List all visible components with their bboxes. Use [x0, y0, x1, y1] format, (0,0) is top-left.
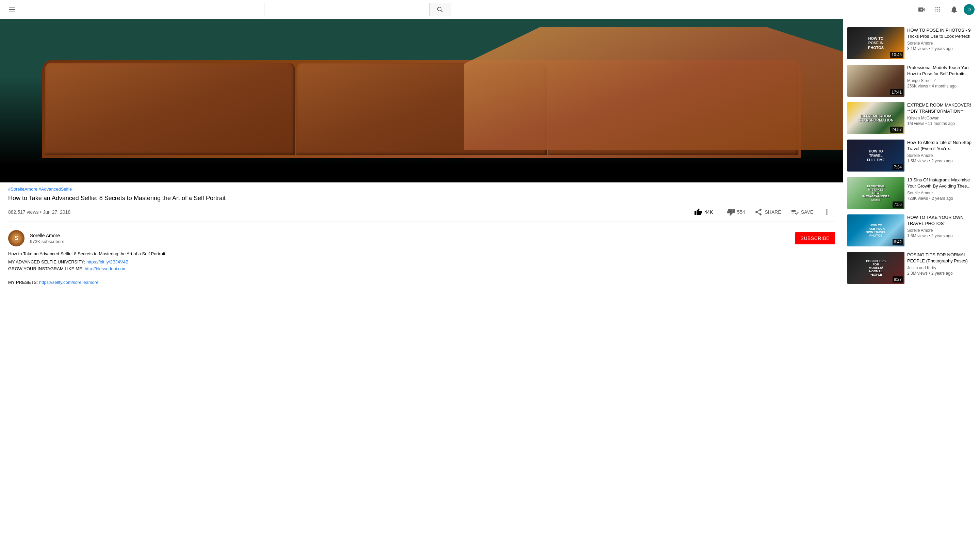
header: YouTube VN Sorelle Amore — [0, 0, 980, 19]
sidebar-video-title: HOW TO POSE IN PHOTOS - 9 Tricks Pros Us… — [907, 27, 976, 40]
sidebar-video-title: HOW TO TAKE YOUR OWN TRAVEL PHOTOS — [907, 215, 976, 227]
like-button[interactable]: 44K — [690, 205, 717, 219]
sidebar-video-item[interactable]: HOW TOTRAVELFULL TIME 7:34 How To Afford… — [846, 138, 977, 173]
desc-line3: GROW YOUR INSTAGRAM LIKE ME: http://bles… — [8, 266, 835, 272]
hand-overlay — [464, 27, 843, 150]
channel-avatar-img: S — [8, 230, 24, 247]
desc-text-2: MY ADVANCED SELFIE UNIVERSITY: — [8, 259, 85, 264]
views-text: 882,517 views — [8, 209, 39, 215]
video-info: #SorelleAmore #AdvancedSelfie How to Tak… — [0, 183, 843, 226]
save-label: SAVE — [801, 209, 813, 215]
video-hashtags[interactable]: #SorelleAmore #AdvancedSelfie — [8, 186, 835, 192]
user-avatar[interactable]: D — [964, 4, 975, 15]
duration-badge: 7:56 — [892, 202, 903, 208]
sidebar-video-item[interactable]: POSING TIPSFORMODELS/NORMALPEOPLE 8:27 P… — [846, 250, 977, 285]
date-text: Jun 27, 2018 — [43, 209, 70, 215]
sidebar-info: POSING TIPS FOR NORMAL PEOPLE (Photograp… — [907, 252, 976, 284]
sidebar-video-meta: 1M views • 11 months ago — [907, 121, 976, 126]
view-count: 882,517 views • Jun 27, 2018 — [8, 209, 70, 215]
header-right: D — [915, 3, 975, 16]
sidebar-video-title: POSING TIPS FOR NORMAL PEOPLE (Photograp… — [907, 252, 976, 264]
channel-row: S Sorelle Amore 973K subscribers SUBSCRI… — [0, 226, 843, 250]
apps-button[interactable] — [931, 3, 945, 16]
hamburger-menu-button[interactable] — [5, 3, 19, 16]
sidebar-channel-name: Mango Street✓ — [907, 78, 976, 83]
notifications-button[interactable] — [947, 3, 961, 16]
channel-info: Sorelle Amore 973K subscribers — [30, 233, 64, 244]
sidebar-video-item[interactable]: EXTREME ROOMTRANSFORMATION 24:57 EXTREME… — [846, 101, 977, 135]
channel-name[interactable]: Sorelle Amore — [30, 233, 64, 238]
duration-badge: 7:34 — [892, 164, 903, 170]
sidebar-thumbnail: HOW TOTAKE YOUROWN TRAVELPHOTOS 6:42 — [847, 215, 904, 247]
sidebar-video-meta: 728K views • 2 years ago — [907, 196, 976, 201]
sidebar-thumbnail: HOW TOTRAVELFULL TIME 7:34 — [847, 140, 904, 172]
notifications-icon — [950, 5, 958, 14]
sidebar-thumbnail: 17:41 — [847, 65, 904, 97]
channel-left: S Sorelle Amore 973K subscribers — [8, 230, 64, 247]
sidebar-channel-name: Sorelle Amore — [907, 41, 976, 46]
share-label: SHARE — [765, 209, 781, 215]
desc-link2[interactable]: http://blesseduni.com — [85, 266, 127, 271]
sidebar-video-item[interactable]: 13 CRITICALMISTAKESNEWINSTAGRAMMERSMAKE … — [846, 176, 977, 210]
duration-badge: 8:27 — [892, 276, 903, 283]
desc-link1[interactable]: https://bit.ly/2BJ4V4B — [86, 259, 129, 264]
sidebar-info: Professional Models Teach You How to Pos… — [907, 65, 976, 97]
sidebar-info: 13 Sins Of Instagram: Maximise Your Grow… — [907, 177, 976, 209]
save-button[interactable]: SAVE — [787, 205, 817, 219]
apps-icon — [934, 5, 942, 14]
video-title: How to Take an Advanced Selfie: 8 Secret… — [8, 194, 835, 202]
sidebar-video-item[interactable]: 17:41 Professional Models Teach You How … — [846, 63, 977, 98]
video-meta-row: 882,517 views • Jun 27, 2018 44K — [8, 205, 835, 222]
sidebar: HOW TOPOSE INPHOTOS 10:45 HOW TO POSE IN… — [843, 19, 980, 291]
more-actions-button[interactable] — [819, 205, 835, 219]
create-video-button[interactable] — [915, 3, 928, 16]
thumbs-down-icon — [727, 208, 735, 216]
sidebar-channel-name: Justin and Kirby — [907, 266, 976, 270]
desc-line2: MY ADVANCED SELFIE UNIVERSITY: https://b… — [8, 259, 835, 266]
subscribe-button[interactable]: SUBSCRIBE — [795, 232, 835, 244]
video-player[interactable] — [0, 19, 843, 183]
sidebar-video-meta: 8.1M views • 2 years ago — [907, 46, 976, 51]
share-button[interactable]: SHARE — [750, 205, 785, 219]
hamburger-icon — [6, 4, 18, 15]
sidebar-info: EXTREME ROOM MAKEOVER! **DIY TRANSFORMAT… — [907, 102, 976, 134]
video-thumbnail-bg — [0, 19, 843, 183]
desc-link3[interactable]: https://sellfy.com/sorelleamore — [39, 280, 99, 285]
subscriber-count: 973K subscribers — [30, 239, 64, 244]
like-divider — [720, 208, 720, 216]
svg-rect-5 — [920, 10, 923, 10]
sidebar-info: How To Afford a Life of Non-Stop Travel … — [907, 140, 976, 172]
sidebar-video-meta: 1.6M views • 2 years ago — [907, 234, 976, 238]
channel-avatar[interactable]: S — [8, 230, 24, 247]
dislike-count: 554 — [737, 209, 745, 215]
header-center: Sorelle Amore — [249, 3, 466, 16]
video-black-bar — [0, 163, 843, 183]
video-player-wrapper[interactable] — [0, 19, 843, 183]
sidebar-channel-name: Sorelle Amore — [907, 153, 976, 158]
sidebar-video-title: EXTREME ROOM MAKEOVER! **DIY TRANSFORMAT… — [907, 102, 976, 115]
sidebar-channel-name: Kristen McGowan — [907, 116, 976, 121]
main-content: #SorelleAmore #AdvancedSelfie How to Tak… — [0, 19, 980, 291]
sidebar-thumbnail: 13 CRITICALMISTAKESNEWINSTAGRAMMERSMAKE … — [847, 177, 904, 209]
dislike-button[interactable]: 554 — [723, 205, 749, 219]
search-input[interactable]: Sorelle Amore — [264, 3, 430, 16]
duration-badge: 6:42 — [892, 239, 903, 245]
sidebar-video-title: Professional Models Teach You How to Pos… — [907, 65, 976, 77]
desc-title: How to Take an Advanced Selfie: 8 Secret… — [8, 250, 835, 257]
sidebar-video-meta: 256K views • 4 months ago — [907, 84, 976, 89]
more-icon — [823, 208, 831, 216]
share-icon — [754, 208, 762, 216]
thumbs-up-icon — [694, 208, 702, 216]
sidebar-video-title: 13 Sins Of Instagram: Maximise Your Grow… — [907, 177, 976, 189]
sidebar-info: HOW TO TAKE YOUR OWN TRAVEL PHOTOS Sorel… — [907, 215, 976, 247]
create-video-icon — [917, 5, 926, 14]
header-left: YouTube VN — [5, 3, 24, 16]
search-bar: Sorelle Amore — [264, 3, 451, 16]
video-section: #SorelleAmore #AdvancedSelfie How to Tak… — [0, 19, 843, 291]
save-icon — [791, 208, 799, 216]
sidebar-video-item[interactable]: HOW TOTAKE YOUROWN TRAVELPHOTOS 6:42 HOW… — [846, 213, 977, 248]
verified-icon: ✓ — [933, 78, 937, 83]
sidebar-channel-name: Sorelle Amore — [907, 228, 976, 233]
sidebar-video-item[interactable]: HOW TOPOSE INPHOTOS 10:45 HOW TO POSE IN… — [846, 26, 977, 60]
search-button[interactable] — [430, 3, 451, 16]
